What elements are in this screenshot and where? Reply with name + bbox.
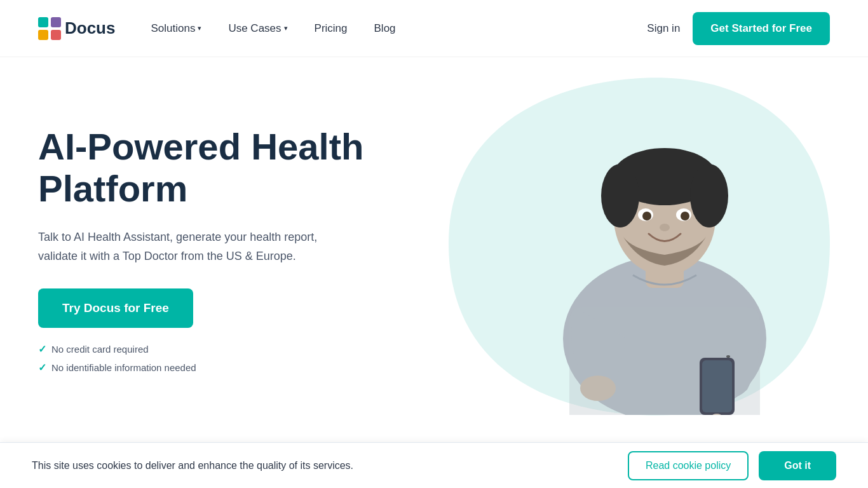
try-docus-button[interactable]: Try Docus for Free — [38, 288, 193, 328]
nav-links: Solutions ▾ Use Cases ▾ Pricing Blog — [140, 17, 405, 40]
read-cookie-policy-button[interactable]: Read cookie policy — [628, 451, 749, 480]
svg-point-14 — [660, 224, 670, 231]
hero-image — [404, 57, 868, 436]
hero-section: AI-Powered Health Platform Talk to AI He… — [0, 57, 868, 442]
nav-link-usecases[interactable]: Use Cases ▾ — [218, 17, 297, 40]
check-icon-2: ✓ — [38, 362, 46, 374]
hero-content: AI-Powered Health Platform Talk to AI He… — [38, 126, 394, 374]
check-icon-1: ✓ — [38, 343, 46, 355]
logo[interactable]: Docus — [38, 17, 115, 40]
svg-point-8 — [601, 164, 639, 227]
nav-right: Sign in Get Started for Free — [647, 12, 830, 45]
checklist-item-2: ✓ No identifiable information needed — [38, 362, 394, 374]
person-svg — [512, 85, 817, 415]
chevron-down-icon: ▾ — [198, 24, 201, 32]
nav-link-pricing[interactable]: Pricing — [304, 17, 358, 40]
nav-link-solutions[interactable]: Solutions ▾ — [140, 17, 212, 40]
nav-link-blog[interactable]: Blog — [364, 17, 406, 40]
svg-point-12 — [642, 212, 651, 220]
checklist: ✓ No credit card required ✓ No identifia… — [38, 343, 394, 374]
sign-in-link[interactable]: Sign in — [647, 22, 680, 35]
logo-text: Docus — [65, 18, 115, 38]
logo-icon — [38, 17, 61, 40]
chevron-down-icon: ▾ — [284, 24, 288, 32]
navbar: Docus Solutions ▾ Use Cases ▾ Pricing Bl… — [0, 0, 868, 57]
hero-person-image — [499, 72, 830, 415]
svg-rect-2 — [38, 30, 48, 40]
get-started-button[interactable]: Get Started for Free — [693, 12, 830, 45]
svg-point-13 — [681, 212, 689, 220]
cookie-banner: This site uses cookies to deliver and en… — [0, 442, 868, 488]
svg-rect-1 — [51, 17, 61, 27]
svg-rect-0 — [38, 17, 48, 27]
cookie-actions: Read cookie policy Got it — [628, 451, 836, 480]
svg-rect-3 — [51, 30, 61, 40]
nav-left: Docus Solutions ▾ Use Cases ▾ Pricing Bl… — [38, 17, 406, 40]
svg-point-9 — [690, 164, 728, 227]
hero-title: AI-Powered Health Platform — [38, 126, 394, 210]
hero-description: Talk to AI Health Assistant, generate yo… — [38, 228, 343, 266]
checklist-item-1: ✓ No credit card required — [38, 343, 394, 355]
got-it-button[interactable]: Got it — [759, 451, 836, 480]
cookie-message: This site uses cookies to deliver and en… — [32, 460, 353, 471]
svg-rect-20 — [569, 307, 760, 415]
